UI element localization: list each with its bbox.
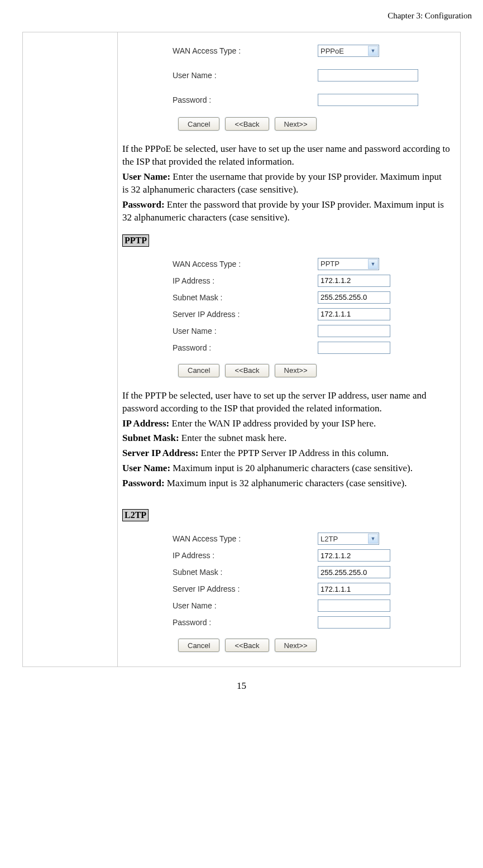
pptp-panel: WAN Access Type : PPTP ▼ IP Address : Su… [122, 251, 456, 387]
subnet-mask-input[interactable] [318, 566, 390, 578]
pptp-ip-row: IP Address : [122, 272, 456, 289]
pptp-desc6: Password: Maximum input is 32 alphanumer… [122, 477, 450, 490]
back-button[interactable]: <<Back [225, 364, 269, 377]
server-ip-label: Server IP Address : [173, 310, 318, 319]
pptp-subnet-row: Subnet Mask : [122, 289, 456, 306]
wan-access-type-label: WAN Access Type : [173, 260, 318, 268]
pppoe-desc2: User Name: Enter the username that provi… [122, 171, 450, 196]
l2tp-subnet-row: Subnet Mask : [122, 564, 456, 581]
select-value: PPTP [321, 260, 339, 268]
pppoe-panel: WAN Access Type : PPPoE ▼ User Name : Pa… [122, 37, 456, 141]
l2tp-button-row: Cancel <<Back Next>> [122, 631, 456, 655]
pptp-serverip-row: Server IP Address : [122, 306, 456, 323]
pppoe-password-row: Password : [122, 90, 456, 109]
next-button[interactable]: Next>> [275, 364, 317, 377]
username-label: User Name : [173, 601, 318, 610]
l2tp-username-row: User Name : [122, 597, 456, 614]
chevron-down-icon: ▼ [368, 534, 378, 544]
password-label: Password : [173, 95, 318, 104]
back-button[interactable]: <<Back [225, 117, 269, 131]
ip-address-input[interactable] [318, 549, 390, 562]
server-ip-label: Server IP Address : [173, 584, 318, 593]
l2tp-password-row: Password : [122, 614, 456, 631]
pppoe-desc1: If the PPPoE be selected, user have to s… [122, 143, 450, 169]
pptp-desc2: IP Address: Enter the WAN IP address pro… [122, 418, 450, 430]
cancel-button[interactable]: Cancel [178, 639, 219, 652]
pppoe-button-row: Cancel <<Back Next>> [122, 109, 456, 134]
password-input[interactable] [318, 616, 390, 629]
wan-access-type-label: WAN Access Type : [173, 534, 318, 543]
pppoe-desc3: Password: Enter the password that provid… [122, 199, 450, 224]
wan-access-type-select[interactable]: L2TP ▼ [318, 533, 379, 545]
l2tp-ip-row: IP Address : [122, 547, 456, 564]
username-input[interactable] [318, 325, 390, 337]
ip-address-input[interactable] [318, 275, 390, 287]
password-label: Password : [173, 618, 318, 627]
pppoe-wan-row: WAN Access Type : PPPoE ▼ [122, 41, 456, 60]
chapter-header: Chapter 3: Configuration [22, 11, 472, 21]
select-value: PPPoE [321, 47, 344, 55]
username-input[interactable] [318, 69, 418, 81]
pptp-username-row: User Name : [122, 323, 456, 339]
server-ip-input[interactable] [318, 583, 390, 595]
wan-access-type-select[interactable]: PPPoE ▼ [318, 45, 379, 57]
page-number: 15 [22, 680, 461, 692]
next-button[interactable]: Next>> [275, 639, 317, 652]
chevron-down-icon: ▼ [368, 46, 378, 56]
next-button[interactable]: Next>> [275, 117, 317, 131]
password-input[interactable] [318, 94, 418, 106]
content-table: WAN Access Type : PPPoE ▼ User Name : Pa… [22, 32, 461, 667]
back-button[interactable]: <<Back [225, 639, 269, 652]
cancel-button[interactable]: Cancel [178, 117, 219, 131]
select-value: L2TP [321, 535, 338, 543]
wan-access-type-select[interactable]: PPTP ▼ [318, 258, 379, 270]
pptp-desc4: Server IP Address: Enter the PPTP Server… [122, 447, 450, 460]
username-label: User Name : [173, 327, 318, 335]
pptp-desc1: If the PPTP be selected, user have to se… [122, 390, 450, 415]
username-label: User Name : [173, 71, 318, 80]
subnet-mask-label: Subnet Mask : [173, 568, 318, 577]
l2tp-wan-row: WAN Access Type : L2TP ▼ [122, 530, 456, 547]
server-ip-input[interactable] [318, 308, 390, 320]
pptp-tag: PPTP [122, 234, 149, 247]
wan-access-type-label: WAN Access Type : [173, 46, 318, 55]
left-column [23, 32, 118, 667]
subnet-mask-input[interactable] [318, 291, 390, 304]
right-column: WAN Access Type : PPPoE ▼ User Name : Pa… [118, 32, 461, 667]
ip-address-label: IP Address : [173, 551, 318, 560]
pptp-password-row: Password : [122, 339, 456, 356]
password-input[interactable] [318, 342, 390, 354]
pptp-button-row: Cancel <<Back Next>> [122, 356, 456, 381]
subnet-mask-label: Subnet Mask : [173, 293, 318, 302]
password-label: Password : [173, 343, 318, 352]
l2tp-panel: WAN Access Type : L2TP ▼ IP Address : Su… [122, 526, 456, 662]
username-input[interactable] [318, 600, 390, 612]
l2tp-tag: L2TP [122, 509, 149, 521]
pppoe-username-row: User Name : [122, 66, 456, 85]
ip-address-label: IP Address : [173, 276, 318, 285]
l2tp-serverip-row: Server IP Address : [122, 581, 456, 597]
pptp-wan-row: WAN Access Type : PPTP ▼ [122, 256, 456, 272]
cancel-button[interactable]: Cancel [178, 364, 219, 377]
chevron-down-icon: ▼ [368, 259, 378, 269]
pptp-desc3: Subnet Mask: Enter the subnet mask here. [122, 432, 450, 445]
pptp-desc5: User Name: Maximum input is 20 alphanume… [122, 462, 450, 475]
